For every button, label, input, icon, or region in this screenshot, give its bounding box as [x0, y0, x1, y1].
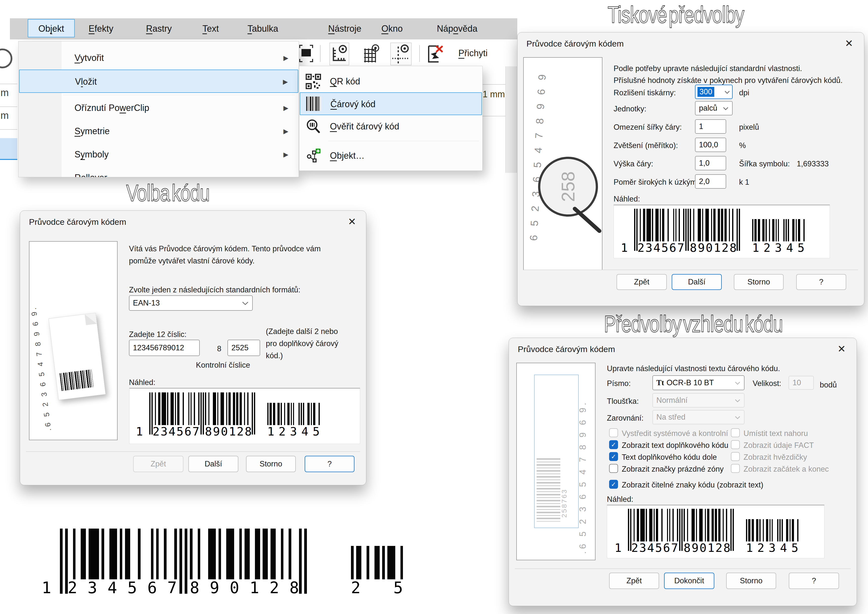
checkbox-label: Umístit text nahoru — [744, 429, 808, 438]
vlozit-submenu-popup: QR kód Čárový kód Ověřit čárový kód — [299, 66, 483, 171]
menu-bar: Objekt Efekty Rastry Text Tabulka Nástro… — [10, 18, 517, 39]
next-button[interactable]: Další — [672, 274, 722, 290]
align-select[interactable]: Na střed — [653, 410, 744, 424]
dialog-separator — [26, 451, 360, 452]
help-button[interactable]: ? — [796, 274, 846, 290]
supplement-note: pro doplňkový čárový — [266, 339, 338, 348]
menu-item-qr-kod[interactable]: QR kód — [300, 71, 482, 92]
menu-item-vytvorit[interactable]: Vytvořit ▶ — [19, 46, 298, 70]
checkbox-zacatek-konec[interactable] — [731, 464, 740, 473]
scale-input[interactable]: 100,0 — [695, 138, 726, 152]
back-button[interactable]: Zpět — [609, 573, 659, 589]
cancel-button[interactable]: Storno — [726, 573, 776, 589]
units-select[interactable]: palců — [695, 101, 733, 115]
wide-narrow-ratio-input[interactable]: 2,0 — [695, 174, 726, 189]
rulers-toggle-button[interactable] — [329, 43, 349, 65]
qr-code-icon — [306, 74, 321, 89]
wizard-step-thumbnail: 6 5 2 3 6 5 4 7 8 9 6 9 258 — [523, 57, 603, 270]
supplement-note: kód.) — [266, 351, 283, 360]
magnifier-icon: 258 — [538, 157, 598, 217]
guidelines-toggle-button[interactable] — [390, 43, 412, 65]
checkbox-umistit-text-nahoru[interactable] — [731, 428, 740, 437]
thumbnail-digits: .6 5 2 3 6 5 4 7 8 9 6 9. — [578, 391, 588, 554]
bar-height-input[interactable]: 1,0 — [695, 156, 726, 171]
resolution-unit: dpi — [739, 88, 749, 97]
checkbox-zobrazit-text-doplnkoveho[interactable]: ✓ — [609, 440, 618, 449]
divider — [0, 107, 17, 107]
menu-item-overit-carovy-kod[interactable]: Ověřit čárový kód — [300, 115, 482, 138]
selection-tool-icon[interactable] — [299, 45, 313, 62]
menu-napoveda[interactable]: Nápověda — [437, 18, 477, 39]
submenu-arrow-icon: ▶ — [284, 143, 288, 166]
submenu-arrow-icon: ▶ — [284, 119, 288, 143]
checkbox-znacky-prazdne-zony[interactable] — [609, 464, 618, 473]
checkbox-udaje-fact[interactable] — [731, 440, 740, 449]
checkbox-hvezdicky[interactable] — [731, 452, 740, 461]
checkbox-label: Zobrazit údaje FACT — [744, 441, 814, 450]
menu-item-vlozit[interactable]: Vložit ▶ — [19, 70, 298, 93]
next-button[interactable]: Další — [188, 456, 238, 472]
barcode-preview-box: 123456789012812345 — [607, 505, 825, 558]
checkbox-text-doplnkoveho-dole[interactable]: ✓ — [609, 452, 618, 461]
menu-nastroje[interactable]: Nástroje — [328, 18, 361, 39]
preview-label: Náhled: — [607, 495, 633, 504]
chevron-down-icon — [242, 299, 249, 307]
cancel-button[interactable]: Storno — [246, 456, 296, 472]
menu-efekty[interactable]: Efekty — [88, 18, 113, 39]
help-button[interactable]: ? — [789, 573, 839, 589]
toolbar-separator — [320, 45, 321, 62]
font-select[interactable]: TtOCR-B 10 BT — [653, 375, 744, 390]
close-icon[interactable]: ✕ — [845, 38, 853, 48]
supplement-input[interactable]: 2525 — [228, 340, 260, 356]
menu-item-objekt-vlozit[interactable]: Objekt… — [300, 145, 482, 167]
digits-input[interactable]: 123456789012 — [129, 340, 200, 356]
scale-unit: % — [739, 141, 746, 150]
chevron-down-icon — [735, 413, 741, 422]
cancel-button[interactable]: Storno — [734, 274, 784, 290]
menu-text[interactable]: Text — [203, 18, 219, 39]
scrollbar[interactable] — [505, 66, 517, 173]
divider — [0, 129, 17, 130]
menu-objekt[interactable]: Objekt — [28, 19, 75, 37]
barcode-icon — [306, 96, 321, 111]
snap-off-icon[interactable] — [426, 45, 444, 64]
weight-select[interactable]: Normální — [653, 393, 744, 408]
menu-tabulka[interactable]: Tabulka — [248, 18, 278, 39]
back-button[interactable]: Zpět — [133, 456, 183, 472]
thumbnail-label-card: 258763 — [534, 375, 579, 528]
close-icon[interactable]: ✕ — [837, 344, 846, 354]
menu-okno[interactable]: Okno — [381, 18, 403, 39]
checkbox-label: Zobrazit značky prázdné zóny — [622, 465, 724, 474]
checkbox-citelne-znaky[interactable]: ✓ — [609, 480, 618, 489]
checkbox-label: Zobrazit začátek a konec — [744, 465, 829, 474]
barcode-preview-box: 123456789012812345 — [129, 388, 360, 444]
chevron-down-icon — [735, 396, 741, 405]
format-select[interactable]: EAN-13 — [129, 295, 253, 311]
size-input[interactable]: 10 — [789, 376, 814, 390]
menu-item-symboly[interactable]: Symboly ▶ — [19, 143, 298, 166]
menu-item-symetrie[interactable]: Symetrie ▶ — [19, 119, 298, 143]
back-button[interactable]: Zpět — [617, 274, 667, 290]
bar-width-reduction-input[interactable]: 1 — [695, 119, 726, 134]
menu-rastry[interactable]: Rastry — [146, 18, 172, 39]
preview-label: Náhled: — [614, 195, 640, 203]
intro-text: Podle potřeby upravte následující standa… — [614, 64, 802, 73]
checkbox-label: Vystředit systémové a kontrolní — [622, 429, 728, 438]
checkbox-label: Zobrazit čitelné znaky kódu (zobrazit te… — [622, 481, 763, 490]
snap-menu-label[interactable]: Přichyti — [458, 48, 488, 59]
check-icon: ✓ — [611, 481, 616, 487]
welcome-text: Vítá vás Průvodce čárovým kódem. Tento p… — [129, 244, 321, 253]
dialog-title: Průvodce čárovým kódem — [29, 217, 126, 227]
close-icon[interactable]: ✕ — [348, 217, 356, 226]
grid-toggle-icon[interactable] — [363, 44, 380, 64]
finish-button[interactable]: Dokončit — [664, 573, 714, 589]
menu-item-powerclip[interactable]: Oříznutí PowerClip ▶ — [19, 96, 298, 119]
menu-item-rollover[interactable]: Rollover — [19, 166, 298, 177]
checkbox-vystredit[interactable] — [609, 428, 618, 437]
checkbox-label: Text doplňkového kódu dole — [622, 453, 717, 462]
heading-volba-kodu: Volba kódu — [126, 180, 209, 206]
menu-item-carovy-kod[interactable]: Čárový kód — [300, 92, 482, 115]
resolution-select[interactable]: 300 — [695, 85, 733, 99]
bar-width-reduction-unit: pixelů — [739, 123, 759, 132]
help-button[interactable]: ? — [305, 456, 355, 472]
